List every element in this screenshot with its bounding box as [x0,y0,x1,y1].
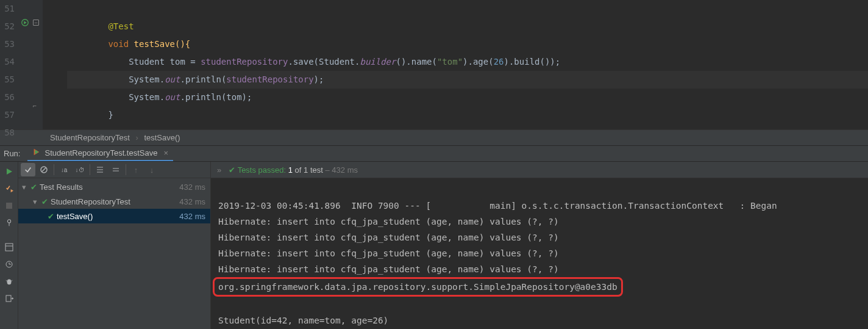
code-editor[interactable]: 51 52 53 54 55 56 57 58 – ⌐ @Test void t… [0,0,868,129]
gutter-icons: – ⌐ [18,0,43,129]
exit-button[interactable] [3,292,15,305]
svg-marker-4 [7,168,12,175]
current-line: System.out.println(studentRepository); [67,71,868,89]
console-line-highlighted: org.springframework.data.jpa.repository.… [213,277,623,297]
sort-alpha-button[interactable]: ↓a [57,163,71,176]
svg-marker-3 [35,150,39,154]
console-toolbar: » ✔ Tests passed: 1 of 1 test – 432 ms [211,162,868,178]
passed-icon: ✔ [41,197,48,206]
line-numbers-gutter: 51 52 53 54 55 56 57 58 [0,0,18,129]
show-passed-button[interactable] [21,163,35,176]
prev-failed-button[interactable]: ↑ [129,163,143,176]
passed-icon: ✔ [30,183,37,192]
test-icon [32,148,41,158]
close-tab-icon[interactable]: × [163,148,168,157]
run-left-toolbar [0,162,18,329]
collapse-all-button[interactable] [108,163,123,176]
test-tree-panel: ↓a ↓⏱ ↑ ↓ ▾ ✔ Test Results 432 ms ▾ ✔ St… [18,162,211,329]
layout-button[interactable] [3,241,15,253]
rerun-button[interactable] [3,165,15,178]
svg-marker-5 [10,189,13,192]
svg-marker-19 [12,297,13,300]
run-test-gutter-icon[interactable] [21,18,29,29]
passed-check-icon: ✔ [229,165,235,175]
console-line: Hibernate: insert into cfq_jpa_student (… [218,217,559,226]
test-tree[interactable]: ▾ ✔ Test Results 432 ms ▾ ✔ StudentRepos… [18,178,210,223]
console-line: Hibernate: insert into cfq_jpa_student (… [218,233,559,242]
sort-duration-button[interactable]: ↓⏱ [73,163,87,176]
next-failed-button[interactable]: ↓ [144,163,159,176]
stop-button[interactable] [3,200,15,212]
pin-button[interactable] [3,217,15,229]
console-line: Student(id=42, name=tom, age=26) [218,316,388,325]
console-output[interactable]: 2019-12-03 00:45:41.896 INFO 7900 --- [ … [211,178,868,329]
expand-arrow-icon[interactable]: ▾ [22,183,29,192]
debug-bug-icon[interactable] [3,275,15,287]
svg-rect-17 [6,295,11,302]
fold-close-icon[interactable]: ⌐ [33,103,39,109]
passed-icon: ✔ [48,212,54,221]
more-icon[interactable]: » [217,165,221,175]
expand-arrow-icon[interactable]: ▾ [33,197,40,206]
run-configuration-tab[interactable]: StudentRepositoryTest.testSave × [27,146,173,161]
toggle-auto-test-button[interactable] [3,183,15,195]
svg-rect-6 [6,203,12,209]
tree-root[interactable]: ▾ ✔ Test Results 432 ms [18,179,210,194]
console-line: Hibernate: insert into cfq_jpa_student (… [218,264,559,274]
console-line: Hibernate: insert into cfq_jpa_student (… [218,248,559,258]
test-summary: ✔ Tests passed: 1 of 1 test – 432 ms [229,165,358,175]
tree-test-method[interactable]: ✔ testSave() 432 ms [18,209,210,223]
show-ignored-button[interactable] [37,163,51,176]
fold-open-icon[interactable]: – [33,20,39,26]
svg-point-14 [7,280,11,285]
svg-rect-9 [5,244,13,251]
test-tree-toolbar: ↓a ↓⏱ ↑ ↓ [18,162,210,178]
svg-point-7 [7,220,10,223]
svg-marker-1 [24,21,26,24]
history-button[interactable] [3,258,15,270]
code-content[interactable]: @Test void testSave(){ Student tom = stu… [43,0,868,129]
run-tool-header: Run: StudentRepositoryTest.testSave × [0,145,868,162]
svg-line-21 [42,168,46,172]
console-line: 2019-12-03 00:45:41.896 INFO 7900 --- [ … [218,201,777,211]
expand-all-button[interactable] [93,163,107,176]
tree-class[interactable]: ▾ ✔ StudentRepositoryTest 432 ms [18,194,210,209]
run-label: Run: [0,149,27,158]
annotation: @Test [108,21,133,31]
